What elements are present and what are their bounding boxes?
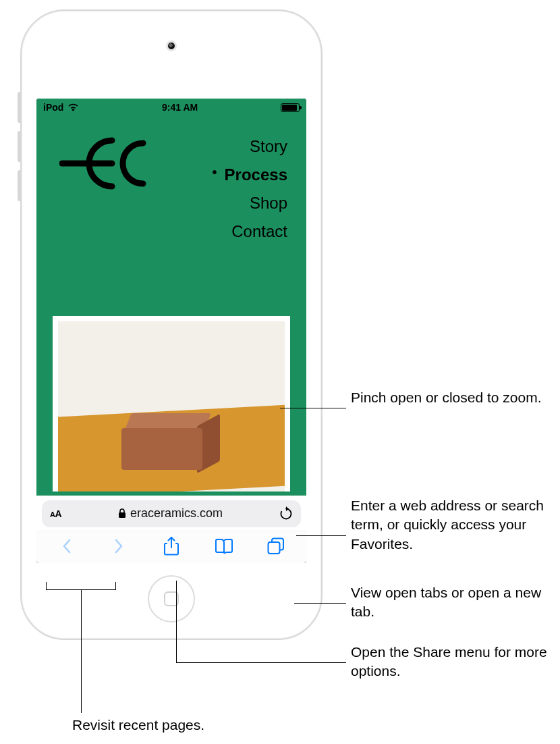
site-logo[interactable] [59,132,147,194]
leader-line [296,535,346,536]
address-bar[interactable]: AA eraceramics.com [42,500,301,527]
clay-block-image [121,413,216,471]
share-button[interactable] [157,533,186,560]
device-screen: iPod 9:41 AM [36,99,306,563]
bookmarks-button[interactable] [209,533,239,560]
nav-item-shop[interactable]: Shop [225,189,287,217]
home-button[interactable] [148,575,195,622]
lock-icon [118,508,126,519]
content-image [53,316,290,491]
nav-item-story[interactable]: Story [225,132,287,161]
callout-zoom: Pinch open or closed to zoom. [351,388,542,407]
status-bar: iPod 9:41 AM [36,99,306,116]
callout-address: Enter a web address or search term, or q… [351,496,553,554]
back-button[interactable] [52,533,82,560]
site-nav: Story Process Shop Contact [225,132,287,246]
url-text: eraceramics.com [130,506,223,521]
bottom-toolbar [36,531,306,563]
wifi-icon [67,103,79,111]
text-size-button[interactable]: AA [50,508,61,519]
callout-tabs: View open tabs or open a new tab. [351,583,553,622]
leader-line [280,408,346,408]
leader-line [81,589,82,713]
forward-button[interactable] [104,533,134,560]
reload-button[interactable] [279,506,293,521]
url-field[interactable]: eraceramics.com [68,506,273,521]
front-camera [166,41,177,51]
bracket [46,581,116,590]
leader-line [176,581,177,663]
site-header: Story Process Shop Contact [36,116,306,253]
ipod-device-frame: iPod 9:41 AM [20,9,323,640]
callout-share: Open the Share menu for more options. [351,643,553,681]
svg-rect-4 [269,542,280,554]
leader-line [294,603,346,604]
status-left: iPod [43,102,79,113]
svg-rect-1 [119,512,125,518]
nav-item-contact[interactable]: Contact [225,217,287,246]
web-page-content[interactable]: Story Process Shop Contact [36,116,306,496]
leader-line [176,662,346,663]
address-bar-row: AA eraceramics.com [36,496,306,531]
tabs-button[interactable] [261,533,291,560]
nav-item-process[interactable]: Process [225,161,287,189]
battery-icon [281,103,300,112]
device-label: iPod [43,102,63,113]
callout-history: Revisit recent pages. [72,716,204,735]
status-time: 9:41 AM [162,102,198,113]
